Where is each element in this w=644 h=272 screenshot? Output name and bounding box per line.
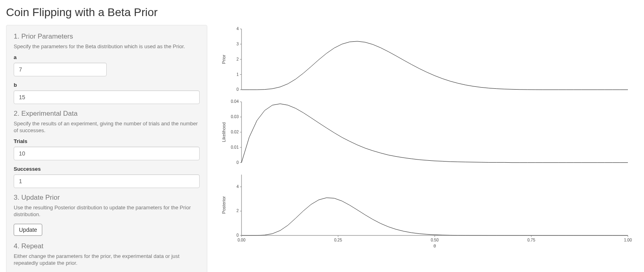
controls-panel: 1. Prior Parameters Specify the paramete… (6, 25, 207, 272)
svg-text:Likelihood: Likelihood (221, 122, 226, 142)
section2-help: Specify the results of an experiment, gi… (14, 120, 200, 134)
svg-text:0: 0 (236, 233, 239, 237)
svg-text:4: 4 (236, 184, 239, 189)
svg-text:0.01: 0.01 (231, 145, 239, 149)
svg-text:0: 0 (236, 87, 239, 92)
svg-text:2: 2 (236, 209, 239, 213)
svg-text:θ: θ (433, 243, 436, 248)
page-title: Coin Flipping with a Beta Prior (6, 6, 638, 19)
svg-text:2: 2 (236, 57, 239, 61)
svg-text:0.04: 0.04 (231, 99, 239, 104)
svg-text:0.50: 0.50 (431, 238, 439, 242)
section4-help: Either change the parameters for the pri… (14, 253, 200, 267)
svg-text:0.25: 0.25 (334, 238, 342, 242)
trials-label: Trials (14, 138, 200, 144)
section3-help: Use the resulting Posterior distribution… (14, 204, 200, 218)
section2-title: 2. Experimental Data (14, 110, 200, 118)
plots-svg: 01234Prior00.010.020.030.04Likelihood024… (213, 27, 636, 252)
svg-text:0.75: 0.75 (527, 238, 535, 242)
successes-label: Successes (14, 166, 200, 172)
trials-field[interactable] (14, 147, 200, 160)
svg-text:Prior: Prior (221, 55, 226, 64)
svg-text:0: 0 (236, 160, 239, 165)
svg-text:1: 1 (236, 72, 239, 77)
section1-title: 1. Prior Parameters (14, 33, 200, 41)
section1-help: Specify the parameters for the Beta dist… (14, 43, 200, 50)
svg-text:4: 4 (236, 27, 239, 31)
b-field[interactable] (14, 90, 200, 104)
svg-text:0.00: 0.00 (237, 238, 246, 242)
section3-title: 3. Update Prior (14, 194, 200, 202)
update-button[interactable]: Update (14, 224, 42, 236)
svg-text:Posterior: Posterior (221, 196, 226, 214)
svg-text:1.00: 1.00 (624, 238, 632, 242)
successes-field[interactable] (14, 174, 200, 188)
svg-text:0.02: 0.02 (231, 130, 239, 134)
svg-text:3: 3 (236, 42, 239, 46)
b-label: b (14, 82, 200, 88)
a-field[interactable] (14, 63, 107, 76)
plot-output: 01234Prior00.010.020.030.04Likelihood024… (213, 25, 638, 272)
a-label: a (14, 54, 200, 60)
section4-title: 4. Repeat (14, 242, 200, 250)
svg-text:0.03: 0.03 (231, 115, 239, 119)
